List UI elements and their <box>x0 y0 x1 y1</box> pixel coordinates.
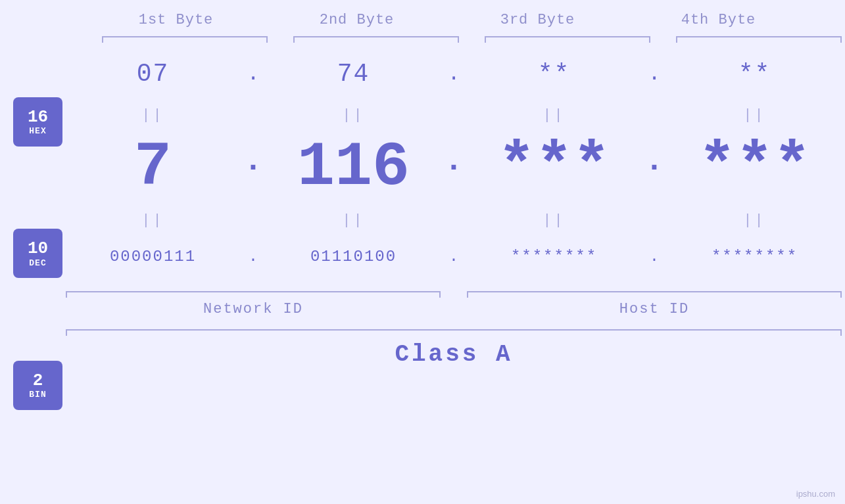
eq-row2: || || || || <box>62 210 845 230</box>
class-bracket <box>66 324 842 336</box>
bin-dot1: . <box>243 248 263 265</box>
eq2-b1: || <box>62 210 243 230</box>
main-container: 1st Byte 2nd Byte 3rd Byte 4th Byte <box>0 0 845 504</box>
dec-b4: *** <box>664 132 845 203</box>
hex-badge: 16 HEX <box>13 97 62 147</box>
network-id-label: Network ID <box>62 301 444 317</box>
dec-b1: 7 <box>62 132 243 203</box>
bin-b2: 01110100 <box>263 248 444 265</box>
labels-column: 16 HEX 10 DEC 2 BIN <box>13 43 62 504</box>
main-area: 16 HEX 10 DEC 2 BIN 07 . 74 . ** . ** <box>0 43 845 504</box>
bin-dot3: . <box>644 248 664 265</box>
dec-dot2: . <box>444 143 464 192</box>
watermark: ipshu.com <box>796 489 835 499</box>
eq1-b4: || <box>664 105 845 125</box>
hex-dot2: . <box>444 62 464 86</box>
hex-b3: ** <box>464 60 644 88</box>
bin-dot2: . <box>444 248 464 265</box>
bin-b4: ******** <box>664 248 845 265</box>
eq1-b2: || <box>263 105 444 125</box>
hex-row: 07 . 74 . ** . ** <box>62 43 845 105</box>
eq2-b3: || <box>464 210 644 230</box>
dec-dot1: . <box>243 143 263 192</box>
hex-b2: 74 <box>263 60 444 88</box>
bin-badge: 2 BIN <box>13 361 62 410</box>
id-labels: Network ID Host ID <box>62 301 845 317</box>
class-label: Class A <box>62 341 845 368</box>
bin-b1: 00000111 <box>62 248 243 265</box>
host-id-label: Host ID <box>464 301 845 317</box>
eq1-b3: || <box>464 105 644 125</box>
eq1-b1: || <box>62 105 243 125</box>
eq-row1: || || || || <box>62 105 845 125</box>
byte-headers: 1st Byte 2nd Byte 3rd Byte 4th Byte <box>0 12 845 28</box>
data-area: 07 . 74 . ** . ** || || || || 7 . <box>62 43 845 504</box>
byte3-header: 3rd Byte <box>447 12 628 28</box>
dec-row: 7 . 116 . *** . *** <box>62 125 845 210</box>
dec-badge: 10 DEC <box>13 229 62 278</box>
eq2-b4: || <box>664 210 845 230</box>
hex-b1: 07 <box>62 60 243 88</box>
byte2-header: 2nd Byte <box>266 12 447 28</box>
hex-dot1: . <box>243 62 263 86</box>
bin-b3: ******** <box>464 248 644 265</box>
hex-b4: ** <box>664 60 845 88</box>
hex-dot3: . <box>644 62 664 86</box>
bin-row: 00000111 . 01110100 . ******** . *******… <box>62 230 845 283</box>
byte4-header: 4th Byte <box>628 12 809 28</box>
dec-b2: 116 <box>263 132 444 203</box>
byte1-header: 1st Byte <box>85 12 266 28</box>
eq2-b2: || <box>263 210 444 230</box>
dec-dot3: . <box>644 143 664 192</box>
dec-b3: *** <box>464 132 644 203</box>
bottom-brackets <box>62 286 845 298</box>
